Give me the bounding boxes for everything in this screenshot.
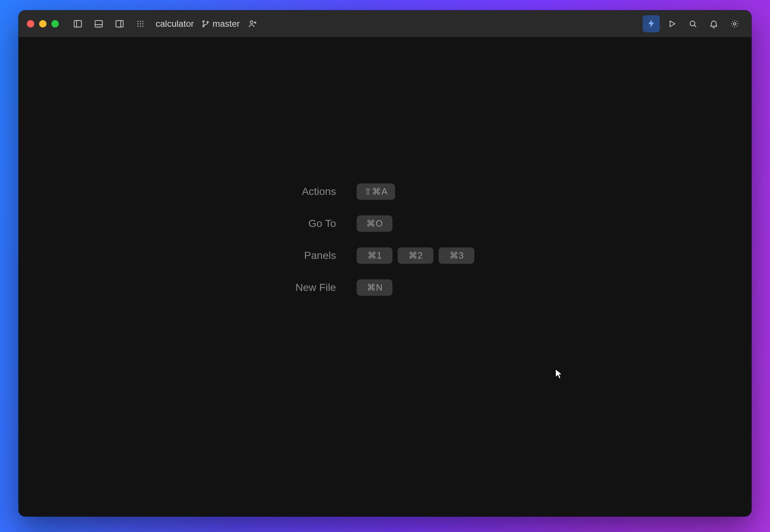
right-panel-toggle[interactable] xyxy=(111,15,128,32)
bottom-panel-toggle[interactable] xyxy=(90,15,107,32)
svg-point-21 xyxy=(690,21,695,26)
shortcut-keys-actions: ⇧⌘A xyxy=(357,183,474,200)
play-icon xyxy=(667,19,677,29)
panel-toggle-group xyxy=(69,15,149,32)
ai-assist-button[interactable] xyxy=(643,15,660,32)
search-icon xyxy=(688,19,698,29)
apps-grid-button[interactable] xyxy=(132,15,149,32)
window-minimize-button[interactable] xyxy=(39,20,47,28)
sidebar-right-icon xyxy=(115,19,124,29)
svg-line-22 xyxy=(694,25,696,27)
shortcut-guide: Actions ⇧⌘A Go To ⌘O Panels ⌘1 ⌘2 ⌘3 New… xyxy=(296,183,475,296)
shortcut-label-goto: Go To xyxy=(296,218,336,230)
shortcut-label-newfile: New File xyxy=(296,282,336,294)
project-name[interactable]: calculator xyxy=(156,19,194,29)
key-goto-0: ⌘O xyxy=(357,215,392,232)
branch-selector[interactable]: master xyxy=(201,19,240,29)
svg-point-10 xyxy=(140,23,141,24)
svg-point-14 xyxy=(142,25,143,26)
search-button[interactable] xyxy=(684,15,701,32)
svg-point-18 xyxy=(250,20,253,23)
grid-icon xyxy=(136,19,145,29)
key-actions-0: ⇧⌘A xyxy=(357,183,395,200)
settings-button[interactable] xyxy=(726,15,743,32)
branch-name: master xyxy=(213,19,240,29)
editor-area: Actions ⇧⌘A Go To ⌘O Panels ⌘1 ⌘2 ⌘3 New… xyxy=(19,37,751,516)
svg-rect-0 xyxy=(74,20,82,27)
key-panels-1: ⌘2 xyxy=(398,247,433,264)
shortcut-keys-goto: ⌘O xyxy=(357,215,474,232)
bolt-icon xyxy=(646,19,656,29)
sidebar-left-icon xyxy=(73,19,83,29)
shortcut-keys-panels: ⌘1 ⌘2 ⌘3 xyxy=(357,247,474,264)
svg-point-9 xyxy=(137,23,139,24)
svg-point-8 xyxy=(142,20,143,22)
panel-bottom-icon xyxy=(94,19,104,29)
svg-point-13 xyxy=(140,25,141,26)
svg-point-12 xyxy=(137,25,139,26)
shortcut-keys-newfile: ⌘N xyxy=(357,279,474,296)
key-newfile-0: ⌘N xyxy=(357,279,392,296)
notifications-button[interactable] xyxy=(705,15,722,32)
svg-point-23 xyxy=(734,22,736,25)
window-controls xyxy=(27,20,59,28)
shortcut-label-panels: Panels xyxy=(296,250,336,262)
mouse-cursor xyxy=(555,368,564,380)
git-branch-icon xyxy=(201,20,210,28)
window-close-button[interactable] xyxy=(27,20,34,28)
svg-point-17 xyxy=(207,21,208,23)
right-tool-group xyxy=(643,15,743,32)
svg-rect-4 xyxy=(116,20,123,27)
gear-icon xyxy=(730,19,739,29)
key-panels-2: ⌘3 xyxy=(439,247,474,264)
left-panel-toggle[interactable] xyxy=(69,15,86,32)
cursor-icon xyxy=(555,368,564,380)
svg-rect-2 xyxy=(95,20,102,27)
svg-point-16 xyxy=(203,25,204,27)
bell-icon xyxy=(709,19,719,29)
svg-point-11 xyxy=(142,23,143,24)
shortcut-label-actions: Actions xyxy=(296,186,336,198)
title-bar: calculator master xyxy=(19,10,751,37)
user-plus-icon xyxy=(248,19,258,29)
app-window: calculator master xyxy=(19,10,751,516)
svg-point-7 xyxy=(140,20,141,22)
run-button[interactable] xyxy=(664,15,681,32)
window-zoom-button[interactable] xyxy=(51,20,59,28)
svg-point-6 xyxy=(137,20,139,22)
add-collaborator-button[interactable] xyxy=(244,15,261,32)
key-panels-0: ⌘1 xyxy=(357,247,392,264)
svg-point-15 xyxy=(203,20,204,22)
